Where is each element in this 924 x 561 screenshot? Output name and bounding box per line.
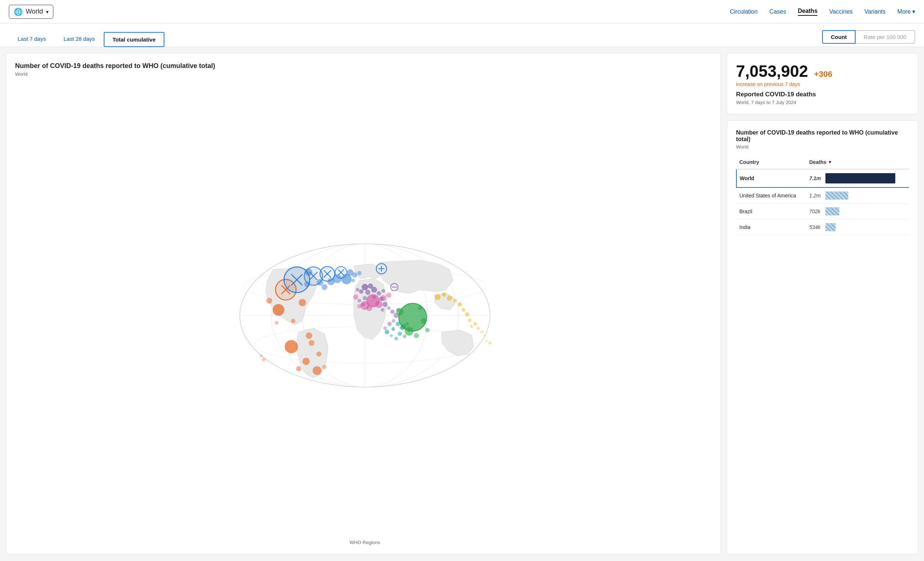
map-title: Number of COVID-19 deaths reported to WH… <box>15 62 236 70</box>
world-selector[interactable]: 🌐 World ▾ <box>9 5 53 19</box>
svg-point-77 <box>380 295 386 301</box>
svg-point-76 <box>375 301 382 308</box>
svg-point-90 <box>394 337 398 340</box>
map-subtitle: World <box>15 71 715 77</box>
svg-point-57 <box>376 291 381 296</box>
svg-point-70 <box>387 322 392 326</box>
svg-point-72 <box>357 299 361 302</box>
svg-point-109 <box>470 325 473 328</box>
svg-point-49 <box>304 281 310 287</box>
svg-point-105 <box>458 302 462 307</box>
table-row-brazil[interactable]: Brazil 702k <box>736 203 909 220</box>
bar-usa <box>825 191 848 200</box>
svg-point-65 <box>381 308 384 312</box>
map-panel: Number of COVID-19 deaths reported to WH… <box>6 53 721 554</box>
value-cell-india: 534k <box>806 220 909 235</box>
svg-point-15 <box>309 340 315 346</box>
table-card-title: Number of COVID-19 deaths reported to WH… <box>736 129 909 143</box>
svg-point-113 <box>483 335 486 337</box>
svg-point-101 <box>435 294 441 300</box>
tab-total-cumulative[interactable]: Total cumulative <box>104 32 164 47</box>
svg-point-81 <box>357 304 362 308</box>
country-cell-india: India <box>736 220 806 235</box>
svg-point-51 <box>351 279 355 282</box>
map-container: WHO Regions <box>15 83 715 548</box>
right-panel: 7,053,902 +306 increase on previous 7 da… <box>727 53 918 554</box>
rate-button[interactable]: Rate per 100 000 <box>856 30 915 44</box>
map-legend-label: WHO Regions <box>350 540 380 545</box>
svg-point-50 <box>305 268 312 276</box>
svg-point-104 <box>453 299 457 302</box>
svg-point-96 <box>421 318 427 324</box>
tab-last28days[interactable]: Last 28 days <box>55 32 104 47</box>
svg-point-83 <box>392 327 395 331</box>
table-row-world[interactable]: World 7.1m <box>736 169 909 187</box>
big-number: 7,053,902 <box>736 62 808 81</box>
nav-variants[interactable]: Variants <box>864 9 886 15</box>
svg-point-99 <box>401 324 406 329</box>
svg-point-44 <box>317 279 323 286</box>
table-row-india[interactable]: India 534k <box>736 220 909 235</box>
svg-point-80 <box>353 295 358 300</box>
svg-point-78 <box>366 305 372 311</box>
svg-point-21 <box>306 332 312 339</box>
svg-point-102 <box>442 292 446 297</box>
svg-point-108 <box>468 319 472 322</box>
svg-point-47 <box>352 272 357 278</box>
svg-point-58 <box>381 289 385 293</box>
nav-deaths[interactable]: Deaths <box>798 8 818 16</box>
header: 🌐 World ▾ Circulation Cases Deaths Vacci… <box>0 0 924 24</box>
svg-point-95 <box>405 327 414 336</box>
table-row-usa[interactable]: United States of America 1.2m <box>736 187 909 203</box>
svg-point-112 <box>480 331 483 334</box>
col-header-country: Country <box>736 156 806 169</box>
svg-point-45 <box>321 284 327 290</box>
svg-point-100 <box>418 306 422 310</box>
svg-point-54 <box>371 287 377 293</box>
svg-point-59 <box>356 288 359 292</box>
value-cell-world: 7.1m <box>806 169 909 187</box>
svg-point-106 <box>462 308 465 312</box>
metric-tabs: Count Rate per 100 000 <box>822 30 915 44</box>
svg-point-114 <box>489 341 491 344</box>
count-button[interactable]: Count <box>822 30 856 44</box>
value-cell-brazil: 702k <box>806 203 909 220</box>
time-tabs: Last 7 days Last 28 days Total cumulativ… <box>9 32 164 47</box>
svg-point-79 <box>386 293 392 298</box>
nav-circulation[interactable]: Circulation <box>730 9 758 15</box>
table-card: Number of COVID-19 deaths reported to WH… <box>727 120 918 554</box>
more-chevron-icon: ▾ <box>912 8 915 15</box>
tab-last7days[interactable]: Last 7 days <box>9 32 55 47</box>
sort-arrow-icon: ▼ <box>828 160 832 165</box>
bar-india <box>825 223 836 231</box>
svg-point-82 <box>385 330 389 334</box>
nav-vaccines[interactable]: Vaccines <box>829 9 853 15</box>
svg-point-43 <box>327 278 335 285</box>
svg-point-98 <box>425 328 430 332</box>
svg-point-13 <box>285 340 298 353</box>
svg-point-116 <box>260 355 262 358</box>
svg-point-19 <box>291 319 296 323</box>
nav-cases[interactable]: Cases <box>770 9 786 15</box>
deaths-table: Country Deaths ▼ World <box>736 156 909 235</box>
svg-point-97 <box>414 333 419 338</box>
increase-label: increase on previous 7 days <box>736 81 909 87</box>
svg-point-91 <box>390 334 393 337</box>
increase-value: +306 <box>814 69 832 79</box>
svg-point-11 <box>273 304 284 316</box>
nav-more[interactable]: More ▾ <box>897 8 915 15</box>
svg-point-103 <box>447 296 452 301</box>
col-header-deaths[interactable]: Deaths ▼ <box>806 156 909 169</box>
country-cell-world: World <box>736 169 806 187</box>
svg-point-71 <box>383 326 387 330</box>
svg-point-56 <box>365 290 370 295</box>
globe-icon: 🌐 <box>14 7 23 16</box>
stat-date: World, 7 days to 7 July 2024 <box>736 100 909 105</box>
bar-world <box>825 173 895 184</box>
svg-point-66 <box>390 310 394 314</box>
svg-point-20 <box>266 298 272 304</box>
svg-point-14 <box>302 358 310 365</box>
svg-point-22 <box>275 321 279 325</box>
svg-point-24 <box>322 365 327 369</box>
svg-point-12 <box>298 299 306 306</box>
